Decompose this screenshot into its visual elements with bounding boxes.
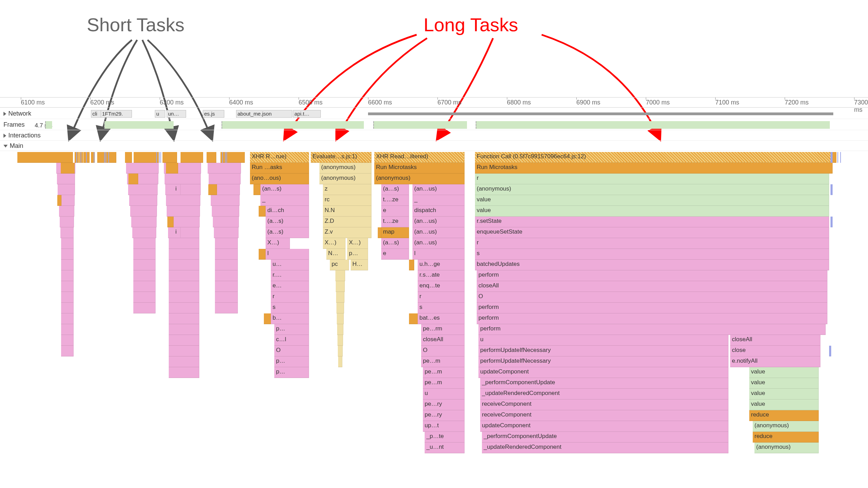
stack-frame[interactable] [61,249,74,260]
task-col2[interactable]: Z.D [323,217,372,227]
task-col1[interactable]: XHR R…rue) [250,152,309,163]
task-col4[interactable]: close [730,346,820,356]
stack-frame[interactable] [133,238,156,249]
task-col4[interactable]: u [478,335,728,346]
accent[interactable] [253,184,260,195]
task-col4[interactable]: value [475,195,829,206]
stack-frame[interactable] [59,206,74,217]
task-col2[interactable]: N… [326,249,345,260]
stack-frame[interactable] [166,195,200,206]
task-col3[interactable]: XHR Read…iltered) [374,152,465,163]
stack-frame[interactable] [169,313,199,324]
tail[interactable] [338,356,342,367]
stack-frame[interactable] [215,238,238,249]
stack-frame[interactable] [169,260,199,270]
interactions-track[interactable]: Interactions [0,131,868,141]
task-col4[interactable]: receiveComponent [480,399,728,410]
task-col1[interactable]: r [271,292,309,303]
task-col3[interactable]: O [421,346,465,356]
stack-frame[interactable] [169,335,199,346]
task-col2[interactable]: N.N [323,206,372,217]
task-col3[interactable]: bat…es [418,313,465,324]
stack-frame[interactable]: i [174,227,181,238]
task-col2[interactable]: Evaluate…s.js:1) [311,152,372,163]
stack-frame[interactable] [61,346,74,356]
task[interactable] [134,152,159,163]
network-bar[interactable] [368,112,833,115]
task-col4[interactable]: value [749,367,819,378]
task-col4[interactable]: Run Microtasks [475,163,833,174]
task-col4[interactable]: perform [478,324,826,335]
task-col4[interactable]: Function Call (0.5f7c99157096ec64.js:12) [475,152,833,163]
task-col3[interactable]: enq…te [418,281,465,292]
task-col2[interactable]: z [323,184,372,195]
task-col3[interactable]: (an…us) [412,238,465,249]
task-col3[interactable]: pe…m [423,367,465,378]
stack-frame[interactable] [133,281,156,292]
stack-frame[interactable] [167,206,200,217]
task-col2[interactable]: (anonymous) [319,174,372,184]
stack-frame[interactable] [61,313,74,324]
task-col1[interactable]: Run …asks [250,163,309,174]
task-col3[interactable]: closeAll [421,335,465,346]
tail[interactable] [335,270,345,281]
task-col3[interactable]: (an…us) [412,217,465,227]
task-col2[interactable]: p… [347,249,368,260]
task-col3[interactable]: t.…ze [381,217,409,227]
network-request[interactable]: api.t… [293,110,321,118]
stack-frame[interactable] [208,184,217,195]
stack-frame[interactable] [208,163,241,174]
task-col3[interactable]: r.s…ate [418,270,465,281]
task-col2[interactable]: X…) [347,238,368,249]
stack-frame[interactable] [169,367,199,378]
tail[interactable] [336,303,344,313]
task-col4[interactable]: _updateRenderedComponent [480,389,728,399]
stack-frame[interactable] [129,195,157,206]
task-col4[interactable]: _updateRenderedComponent [482,443,728,453]
tail[interactable] [338,346,343,356]
task-col3[interactable]: pe…rm [421,324,465,335]
task[interactable] [125,152,132,163]
task-col4[interactable]: r.setState [475,217,829,227]
task-col4[interactable]: batchedUpdates [475,260,829,270]
stack-frame[interactable] [168,227,199,238]
task-col1[interactable]: di…ch [266,206,309,217]
task-col1[interactable]: (a…s) [266,217,309,227]
task-col1[interactable]: (ano…ous) [250,174,309,184]
stack-frame[interactable] [60,227,74,238]
stack-frame[interactable] [128,184,158,195]
task-col4[interactable]: r [475,238,829,249]
task-col3[interactable]: _ [412,195,465,206]
task-col3[interactable]: Run Microtasks [374,163,465,174]
task-col1[interactable]: l [266,249,309,260]
task-col3[interactable]: e [381,249,409,260]
stack-frame[interactable] [169,324,199,335]
task-col4[interactable]: r [475,174,829,184]
task-col2[interactable]: X…) [323,238,345,249]
task-col4[interactable]: perform [477,313,827,324]
task-col4[interactable]: closeAll [730,335,820,346]
stack-frame[interactable] [126,163,159,174]
stack-frame[interactable] [215,303,238,313]
task-col1[interactable]: _ [260,195,309,206]
task-col3[interactable]: _p…te [425,432,465,443]
interactions-label[interactable]: Interactions [3,132,41,139]
stack-frame[interactable] [213,217,239,227]
task-col2[interactable]: rc [323,195,372,206]
task-col3[interactable]: pe…ry [423,410,465,421]
task-col4[interactable]: value [749,378,819,389]
tail[interactable] [337,324,343,335]
task-col4[interactable]: reduce [753,432,819,443]
task-col1[interactable]: u… [271,260,309,270]
stack-frame[interactable] [169,270,199,281]
stack-frame[interactable] [61,238,74,249]
stack-frame[interactable] [130,206,157,217]
accent[interactable] [378,227,382,238]
task-col4[interactable]: value [749,399,819,410]
task-col4[interactable]: receiveComponent [480,410,728,421]
task-col1[interactable]: O [274,346,309,356]
task-col4[interactable]: s [475,249,829,260]
stack-frame[interactable] [167,217,174,227]
task-col1[interactable]: (an…s) [260,184,309,195]
network-label[interactable]: Network [3,110,31,117]
